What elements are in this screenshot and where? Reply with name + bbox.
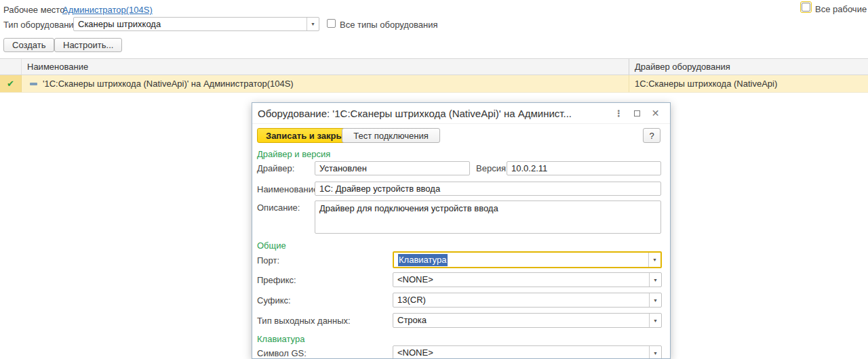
version-label: Версия: xyxy=(476,163,509,173)
row-name-cell: '1С:Сканеры штрихкода (NativeApi)' на Ад… xyxy=(22,75,629,92)
configure-button[interactable]: Настроить... xyxy=(54,38,122,52)
test-connection-button[interactable]: Тест подключения xyxy=(342,128,440,143)
checkbox-box xyxy=(802,3,810,12)
more-menu-button[interactable]: ⋮ xyxy=(610,105,628,121)
output-type-value: Строка xyxy=(393,314,649,327)
description-label: Описание: xyxy=(257,203,300,213)
table-header: Наименование Драйвер оборудования xyxy=(0,58,868,75)
chevron-down-icon: ▼ xyxy=(649,293,661,307)
equipment-type-value: Сканеры штрихкода xyxy=(74,18,307,30)
close-button[interactable]: ✕ xyxy=(646,105,665,121)
gs-char-value: <NONE> xyxy=(393,346,649,359)
section-common: Общие xyxy=(257,240,286,251)
suffix-combobox[interactable]: 13(CR) ▼ xyxy=(393,293,662,308)
checkmark-icon: ✔ xyxy=(7,79,14,89)
gs-char-combobox[interactable]: <NONE> ▼ xyxy=(393,345,662,359)
section-keyboard: Клавиатура xyxy=(257,334,304,344)
column-header-marker xyxy=(0,59,22,75)
section-driver-version: Драйвер и версия xyxy=(257,149,330,159)
row-check-cell: ✔ xyxy=(0,75,22,92)
chevron-down-icon: ▼ xyxy=(648,253,660,267)
suffix-label: Суфикс: xyxy=(257,295,291,305)
driver-input[interactable] xyxy=(315,161,470,175)
chevron-down-icon: ▼ xyxy=(649,314,661,327)
suffix-value: 13(CR) xyxy=(393,293,649,307)
all-workplaces-checkbox[interactable] xyxy=(800,1,812,13)
dialog-title: Оборудование: '1С:Сканеры штрихкода (Nat… xyxy=(258,108,572,119)
dialog-titlebar: Оборудование: '1С:Сканеры штрихкода (Nat… xyxy=(252,103,670,124)
equipment-dialog: Оборудование: '1С:Сканеры штрихкода (Nat… xyxy=(252,102,671,359)
window-controls: ⋮ ✕ xyxy=(610,105,665,121)
maximize-button[interactable] xyxy=(628,105,646,121)
chevron-down-icon: ▼ xyxy=(649,346,661,359)
description-textarea[interactable]: Драйвер для подключения устройств ввода xyxy=(315,200,661,234)
all-types-label: Все типы оборудования xyxy=(340,20,438,30)
version-input[interactable] xyxy=(507,161,661,175)
device-icon xyxy=(30,83,37,85)
close-icon: ✕ xyxy=(652,108,660,119)
workspace-label: Рабочее место: xyxy=(3,5,67,15)
port-value: Клавиатура xyxy=(398,254,448,266)
row-driver: 1С:Сканеры штрихкода (NativeApi) xyxy=(635,79,777,89)
create-button[interactable]: Создать xyxy=(3,38,54,52)
prefix-combobox[interactable]: <NONE> ▼ xyxy=(393,272,662,287)
all-workplaces-label: Все рабочие м xyxy=(815,4,868,14)
port-label: Порт: xyxy=(257,255,279,266)
output-type-label: Тип выходных данных: xyxy=(257,316,351,326)
name-label: Наименование: xyxy=(257,184,321,194)
port-value-wrap: Клавиатура xyxy=(394,253,648,267)
row-name: '1С:Сканеры штрихкода (NativeApi)' на Ад… xyxy=(43,79,294,89)
chevron-down-icon: ▼ xyxy=(649,273,661,287)
output-type-combobox[interactable]: Строка ▼ xyxy=(393,313,662,328)
prefix-value: <NONE> xyxy=(393,273,649,287)
driver-label: Драйвер: xyxy=(257,163,294,173)
equipment-list-screen: Рабочее место: Администратор(104S) Все р… xyxy=(0,0,868,359)
workspace-link[interactable]: Администратор(104S) xyxy=(62,5,153,15)
table-row[interactable]: ✔ '1С:Сканеры штрихкода (NativeApi)' на … xyxy=(0,75,868,93)
equipment-type-combobox[interactable]: Сканеры штрихкода ▼ xyxy=(73,17,319,31)
column-header-name[interactable]: Наименование xyxy=(22,59,629,75)
maximize-icon xyxy=(634,110,640,117)
column-header-driver[interactable]: Драйвер оборудования xyxy=(629,59,868,75)
name-input[interactable] xyxy=(315,182,661,196)
equipment-type-label: Тип оборудования: xyxy=(3,20,81,30)
gs-char-label: Символ GS: xyxy=(257,348,307,358)
chevron-down-icon: ▼ xyxy=(307,18,319,30)
more-menu-icon: ⋮ xyxy=(614,108,623,119)
row-driver-cell: 1С:Сканеры штрихкода (NativeApi) xyxy=(629,75,868,92)
help-button[interactable]: ? xyxy=(643,128,660,143)
port-combobox[interactable]: Клавиатура ▼ xyxy=(393,251,662,268)
prefix-label: Префикс: xyxy=(257,275,296,285)
all-types-checkbox[interactable] xyxy=(327,19,336,28)
